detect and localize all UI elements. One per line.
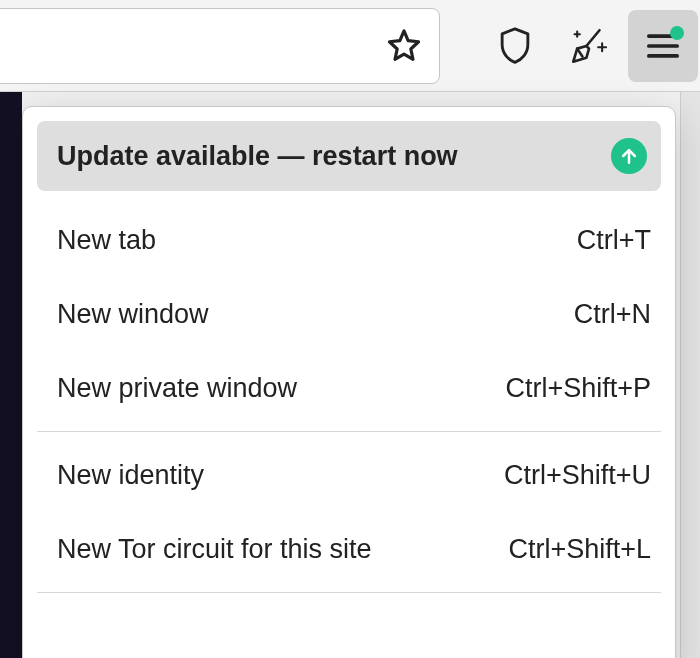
menu-item-label: New window [57,299,209,330]
menu-item-shortcut: Ctrl+Shift+U [504,460,651,491]
menu-item-shortcut: Ctrl+Shift+L [508,534,651,565]
menu-item-new-private-window[interactable]: New private window Ctrl+Shift+P [23,351,675,425]
application-menu-popup: Update available — restart now New tab C… [22,106,676,658]
menu-separator [37,592,661,593]
update-available-label: Update available — restart now [57,141,458,172]
browser-toolbar [0,0,700,92]
broom-sparkle-icon [568,25,610,67]
page-content-edge [0,92,22,658]
shield-icon [497,26,533,66]
menu-item-new-tab[interactable]: New tab Ctrl+T [23,203,675,277]
menu-item-label: New private window [57,373,297,404]
shield-button[interactable] [480,10,550,82]
url-bar[interactable] [0,8,440,84]
menu-item-shortcut: Ctrl+Shift+P [505,373,651,404]
application-menu-button[interactable] [628,10,698,82]
menu-item-shortcut: Ctrl+N [574,299,651,330]
vertical-scrollbar[interactable] [680,92,700,658]
menu-item-shortcut: Ctrl+T [577,225,651,256]
menu-item-new-window[interactable]: New window Ctrl+N [23,277,675,351]
menu-item-label: New tab [57,225,156,256]
update-arrow-icon [611,138,647,174]
update-indicator-dot [670,26,684,40]
bookmark-star-icon[interactable] [385,27,423,65]
menu-item-label: New identity [57,460,204,491]
menu-item-new-identity[interactable]: New identity Ctrl+Shift+U [23,438,675,512]
menu-item-new-tor-circuit[interactable]: New Tor circuit for this site Ctrl+Shift… [23,512,675,586]
new-identity-broom-button[interactable] [554,10,624,82]
menu-separator [37,431,661,432]
menu-item-label: New Tor circuit for this site [57,534,372,565]
update-available-banner[interactable]: Update available — restart now [37,121,661,191]
